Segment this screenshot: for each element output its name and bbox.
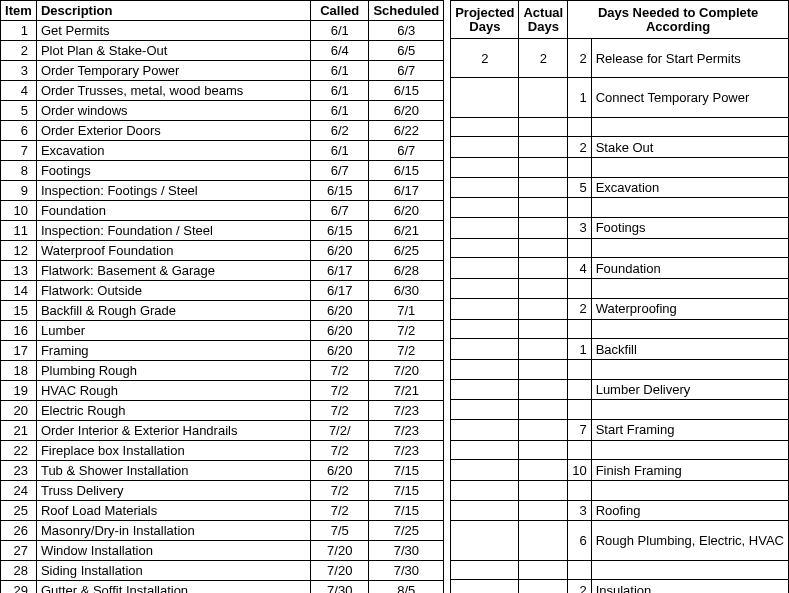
cell-projected-days: 2 (451, 39, 519, 78)
cell-item: 24 (1, 481, 37, 501)
cell-item: 5 (1, 101, 37, 121)
cell-projected-days (451, 500, 519, 521)
cell-projected-days (451, 218, 519, 239)
cell-item: 14 (1, 281, 37, 301)
table-row: 23Tub & Shower Installation6/207/15 (1, 461, 444, 481)
table-row: 19HVAC Rough7/27/21 (1, 381, 444, 401)
cell-note (591, 560, 788, 580)
table-row: 3Roofing (451, 500, 789, 521)
table-row (451, 440, 789, 460)
cell-days-needed (568, 481, 591, 501)
cell-projected-days (451, 580, 519, 593)
cell-note: Connect Temporary Power (591, 78, 788, 117)
days-table: Projected Days Actual Days Days Needed t… (450, 0, 789, 593)
cell-projected-days (451, 78, 519, 117)
cell-actual-days (519, 198, 568, 218)
header-actual-days: Actual Days (519, 1, 568, 39)
cell-scheduled: 7/20 (369, 361, 444, 381)
cell-projected-days (451, 177, 519, 198)
cell-actual-days (519, 298, 568, 319)
cell-called: 6/1 (311, 101, 369, 121)
cell-days-needed: 7 (568, 419, 591, 440)
cell-note (591, 481, 788, 501)
cell-days-needed (568, 319, 591, 339)
header-called: Called (311, 1, 369, 21)
cell-actual-days (519, 279, 568, 299)
cell-days-needed: 2 (568, 580, 591, 593)
cell-days-needed (568, 359, 591, 379)
cell-called: 6/15 (311, 221, 369, 241)
table-row: 18Plumbing Rough7/27/20 (1, 361, 444, 381)
cell-note (591, 440, 788, 460)
cell-item: 8 (1, 161, 37, 181)
cell-scheduled: 6/21 (369, 221, 444, 241)
table-row: 1Get Permits6/16/3 (1, 21, 444, 41)
table-row: Lumber Delivery (451, 379, 789, 400)
cell-called: 6/20 (311, 301, 369, 321)
cell-actual-days: 2 (519, 39, 568, 78)
cell-projected-days (451, 440, 519, 460)
cell-days-needed (568, 279, 591, 299)
cell-scheduled: 7/25 (369, 521, 444, 541)
cell-note: Lumber Delivery (591, 379, 788, 400)
cell-days-needed (568, 400, 591, 420)
cell-description: Window Installation (36, 541, 310, 561)
cell-scheduled: 7/30 (369, 561, 444, 581)
cell-scheduled: 6/28 (369, 261, 444, 281)
cell-note: Start Framing (591, 419, 788, 440)
cell-item: 25 (1, 501, 37, 521)
table-row (451, 359, 789, 379)
cell-scheduled: 6/20 (369, 201, 444, 221)
cell-scheduled: 8/5 (369, 581, 444, 594)
cell-projected-days (451, 419, 519, 440)
cell-item: 16 (1, 321, 37, 341)
cell-item: 23 (1, 461, 37, 481)
table-row: 22Fireplace box Installation7/27/23 (1, 441, 444, 461)
cell-days-needed: 10 (568, 460, 591, 481)
cell-description: Flatwork: Basement & Garage (36, 261, 310, 281)
table-row: 7Start Framing (451, 419, 789, 440)
table-row: 10Finish Framing (451, 460, 789, 481)
cell-description: Waterproof Foundation (36, 241, 310, 261)
cell-item: 1 (1, 21, 37, 41)
table-row: 2Stake Out (451, 137, 789, 158)
cell-scheduled: 7/15 (369, 481, 444, 501)
cell-scheduled: 7/2 (369, 341, 444, 361)
cell-item: 28 (1, 561, 37, 581)
table-row (451, 279, 789, 299)
cell-description: Flatwork: Outside (36, 281, 310, 301)
cell-scheduled: 6/7 (369, 141, 444, 161)
table-row: 5Excavation (451, 177, 789, 198)
cell-projected-days (451, 379, 519, 400)
schedule-header-row: Item Description Called Scheduled (1, 1, 444, 21)
cell-item: 18 (1, 361, 37, 381)
table-row: 15Backfill & Rough Grade6/207/1 (1, 301, 444, 321)
cell-called: 7/20 (311, 541, 369, 561)
cell-description: Masonry/Dry-in Installation (36, 521, 310, 541)
header-days-needed: Days Needed to Complete According (568, 1, 789, 39)
cell-scheduled: 6/5 (369, 41, 444, 61)
cell-scheduled: 7/15 (369, 501, 444, 521)
cell-scheduled: 7/23 (369, 401, 444, 421)
table-row: 6Order Exterior Doors6/26/22 (1, 121, 444, 141)
cell-scheduled: 6/20 (369, 101, 444, 121)
cell-actual-days (519, 560, 568, 580)
table-row: 1Connect Temporary Power (451, 78, 789, 117)
table-row: 222Release for Start Permits (451, 39, 789, 78)
cell-description: Footings (36, 161, 310, 181)
cell-note: Foundation (591, 258, 788, 279)
table-row: 26Masonry/Dry-in Installation7/57/25 (1, 521, 444, 541)
cell-description: Roof Load Materials (36, 501, 310, 521)
cell-scheduled: 6/25 (369, 241, 444, 261)
cell-called: 7/2 (311, 381, 369, 401)
cell-description: Plumbing Rough (36, 361, 310, 381)
cell-projected-days (451, 460, 519, 481)
cell-called: 6/17 (311, 281, 369, 301)
table-row (451, 400, 789, 420)
cell-days-needed: 2 (568, 298, 591, 319)
table-row: 9Inspection: Footings / Steel6/156/17 (1, 181, 444, 201)
cell-days-needed (568, 440, 591, 460)
cell-description: Order Interior & Exterior Handrails (36, 421, 310, 441)
cell-actual-days (519, 137, 568, 158)
cell-description: Order Trusses, metal, wood beams (36, 81, 310, 101)
